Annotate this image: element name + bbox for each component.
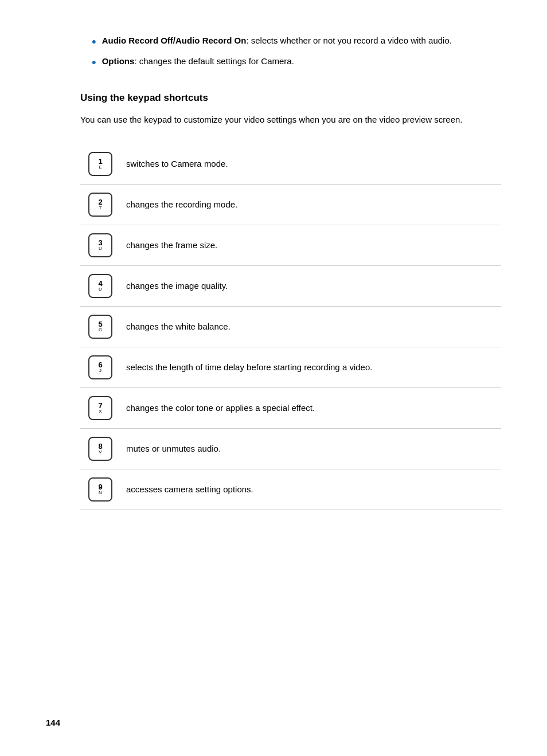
key-sub-label: X <box>99 409 101 414</box>
key-icon: 3U <box>88 233 112 257</box>
key-cell: 2T <box>80 184 120 225</box>
key-sub-label: J <box>99 369 101 373</box>
key-cell: 1E <box>80 144 120 185</box>
description-cell: changes the frame size. <box>120 225 501 265</box>
key-icon: 9N <box>88 477 112 502</box>
table-row: 1Eswitches to Camera mode. <box>80 144 501 185</box>
description-cell: selects the length of time delay before … <box>120 347 501 387</box>
bullet-dot-1: • <box>92 34 96 49</box>
bullet-item-1: • Audio Record Off/Audio Record On: sele… <box>92 34 501 49</box>
table-row: 3Uchanges the frame size. <box>80 225 501 265</box>
key-icon: 8V <box>88 437 112 461</box>
section-heading: Using the keypad shortcuts <box>80 92 501 104</box>
key-cell: 8V <box>80 428 120 469</box>
key-sub-label: T <box>99 206 102 210</box>
key-icon: 5G <box>88 315 112 339</box>
description-cell: changes the color tone or applies a spec… <box>120 387 501 428</box>
section-description: You can use the keypad to customize your… <box>80 113 501 127</box>
bullet-dot-2: • <box>92 55 96 70</box>
key-cell: 3U <box>80 225 120 265</box>
key-sub-label: D <box>99 287 102 292</box>
key-icon: 6J <box>88 355 112 379</box>
key-icon: 7X <box>88 396 112 420</box>
page-number: 144 <box>46 718 60 727</box>
table-row: 8Vmutes or unmutes audio. <box>80 428 501 469</box>
description-cell: switches to Camera mode. <box>120 144 501 185</box>
description-cell: changes the image quality. <box>120 265 501 306</box>
key-cell: 4D <box>80 265 120 306</box>
page-container: • Audio Record Off/Audio Record On: sele… <box>0 0 547 756</box>
key-icon: 4D <box>88 274 112 298</box>
key-icon: 2T <box>88 193 112 217</box>
bullet-text-1: Audio Record Off/Audio Record On: select… <box>102 34 452 48</box>
key-sub-label: U <box>99 246 102 251</box>
key-cell: 5G <box>80 306 120 347</box>
key-icon: 1E <box>88 152 112 176</box>
key-sub-label: N <box>99 491 102 495</box>
bullet-section: • Audio Record Off/Audio Record On: sele… <box>80 34 501 76</box>
key-sub-label: E <box>99 165 101 170</box>
description-cell: changes the recording mode. <box>120 184 501 225</box>
description-cell: mutes or unmutes audio. <box>120 428 501 469</box>
bullet-text-2: Options: changes the default settings fo… <box>102 55 294 68</box>
description-cell: accesses camera setting options. <box>120 469 501 510</box>
table-row: 5Gchanges the white balance. <box>80 306 501 347</box>
table-row: 4Dchanges the image quality. <box>80 265 501 306</box>
table-row: 2Tchanges the recording mode. <box>80 184 501 225</box>
bullet-label-1: Audio Record Off/Audio Record On <box>102 36 247 45</box>
table-row: 9Naccesses camera setting options. <box>80 469 501 510</box>
bullet-item-2: • Options: changes the default settings … <box>92 55 501 70</box>
key-sub-label: G <box>99 328 102 332</box>
description-cell: changes the white balance. <box>120 306 501 347</box>
table-row: 6Jselects the length of time delay befor… <box>80 347 501 387</box>
keypad-table: 1Eswitches to Camera mode.2Tchanges the … <box>80 144 501 510</box>
key-sub-label: V <box>99 450 101 455</box>
key-cell: 9N <box>80 469 120 510</box>
key-cell: 7X <box>80 387 120 428</box>
key-cell: 6J <box>80 347 120 387</box>
bullet-label-2: Options <box>102 56 135 66</box>
table-row: 7Xchanges the color tone or applies a sp… <box>80 387 501 428</box>
